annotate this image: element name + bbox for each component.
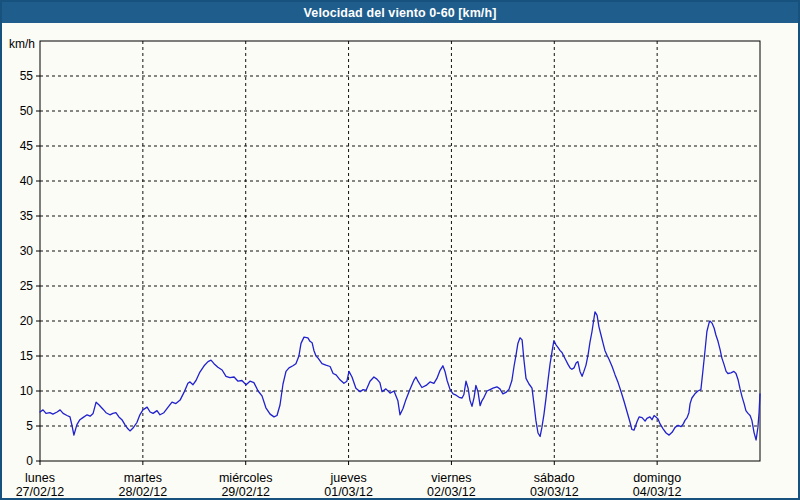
y-tick-label: 35 [20,209,34,223]
x-day-date-label: 03/03/12 [530,485,579,498]
wind-speed-chart-window: Velocidad del viento 0-60 [km/h] 0510152… [0,0,800,500]
y-tick-label: 15 [20,349,34,363]
y-tick-label: 25 [20,279,34,293]
y-tick-label: 45 [20,139,34,153]
y-tick-label: 50 [20,104,34,118]
x-day-name-label: sábado [534,471,575,485]
y-tick-label: 10 [20,384,34,398]
x-day-name-label: jueves [330,471,367,485]
x-day-name-label: martes [124,471,162,485]
x-day-name-label: domingo [633,471,681,485]
y-tick-label: 20 [20,314,34,328]
x-day-name-label: viernes [431,471,471,485]
y-tick-label: 30 [20,244,34,258]
x-day-date-label: 29/02/12 [221,485,270,498]
x-day-name-label: lunes [25,471,55,485]
x-day-date-label: 02/03/12 [427,485,476,498]
y-tick-label: 40 [20,174,34,188]
chart-area: 0510152025303540455055km/hlunes27/02/12m… [2,23,798,498]
y-tick-label: 55 [20,69,34,83]
y-axis-unit-label: km/h [9,37,35,51]
wind-speed-series-line [40,312,760,440]
x-day-name-label: miércoles [219,471,273,485]
x-day-date-label: 01/03/12 [324,485,373,498]
x-day-date-label: 27/02/12 [16,485,65,498]
window-titlebar: Velocidad del viento 0-60 [km/h] [2,2,798,23]
x-day-date-label: 04/03/12 [633,485,682,498]
y-tick-label: 0 [26,454,33,468]
window-title: Velocidad del viento 0-60 [km/h] [304,6,497,20]
x-day-date-label: 28/02/12 [119,485,168,498]
wind-speed-line-chart: 0510152025303540455055km/hlunes27/02/12m… [2,23,798,498]
y-tick-label: 5 [26,419,33,433]
